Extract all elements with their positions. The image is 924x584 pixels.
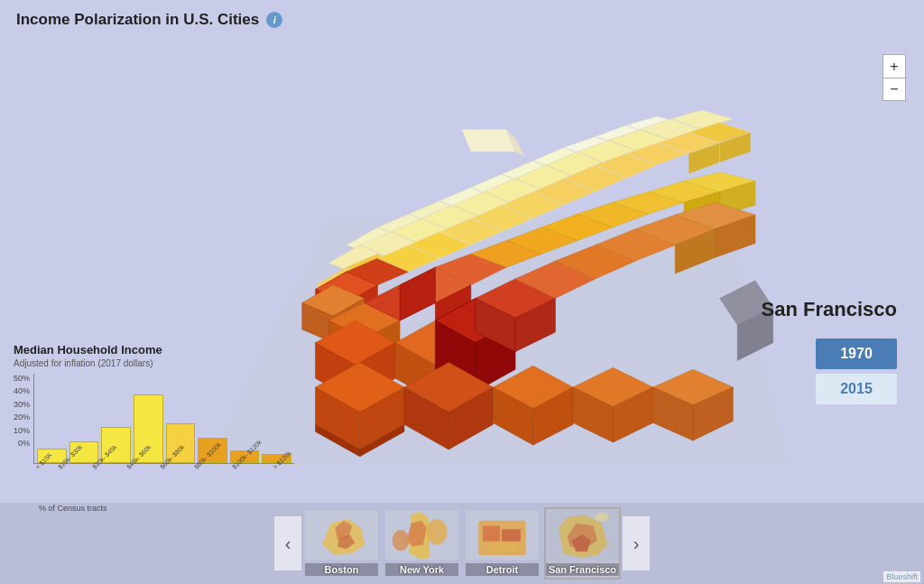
thumbnail-sanfrancisco[interactable]: San Francisco (544, 507, 621, 579)
city-name-label: San Francisco (762, 298, 897, 321)
svg-rect-108 (305, 510, 378, 560)
y-axis: 50% 40% 30% 20% 10% 0% (14, 374, 33, 464)
title-bar: Income Polarization in U.S. Cities i (16, 11, 282, 29)
thumbnail-detroit[interactable]: Detroit (464, 507, 541, 579)
zoom-out-button[interactable]: − (882, 78, 906, 101)
x-axis-labels: < $15K$15k- $30k$30k- $45k$45k- $60k$60k… (33, 466, 294, 502)
zoom-in-button[interactable]: + (882, 54, 906, 78)
bars-area: < $15K$15k- $30k$30k- $45k$45k- $60k$60k… (33, 374, 294, 502)
thumbnail-detroit-label: Detroit (466, 563, 539, 576)
chart-area: Median Household Income Adjusted for inf… (14, 343, 248, 513)
thumbnail-strip: ‹ Boston New York (0, 503, 924, 584)
chart-subtitle: Adjusted for inflation (2017 dollars) (14, 358, 248, 368)
svg-marker-1 (462, 129, 515, 152)
chart-title: Median Household Income (14, 343, 248, 357)
svg-rect-120 (466, 510, 539, 560)
thumbnail-boston-label: Boston (305, 563, 378, 576)
thumbnail-newyork-label: New York (385, 563, 458, 576)
year-buttons: 1970 2015 (816, 338, 897, 404)
watermark: Blueshift (883, 571, 920, 582)
prev-city-button[interactable]: ‹ (274, 516, 301, 570)
year-2015-button[interactable]: 2015 (816, 374, 897, 404)
next-city-button[interactable]: › (623, 516, 650, 570)
thumbnail-boston[interactable]: Boston (303, 507, 380, 579)
zoom-controls: + − (882, 54, 906, 101)
thumbnail-sanfrancisco-label: San Francisco (546, 563, 619, 576)
svg-rect-126 (546, 510, 619, 560)
info-icon[interactable]: i (266, 12, 282, 28)
svg-rect-114 (385, 510, 458, 560)
page-title: Income Polarization in U.S. Cities (16, 11, 259, 29)
year-1970-button[interactable]: 1970 (816, 338, 897, 369)
thumbnail-newyork[interactable]: New York (383, 507, 460, 579)
